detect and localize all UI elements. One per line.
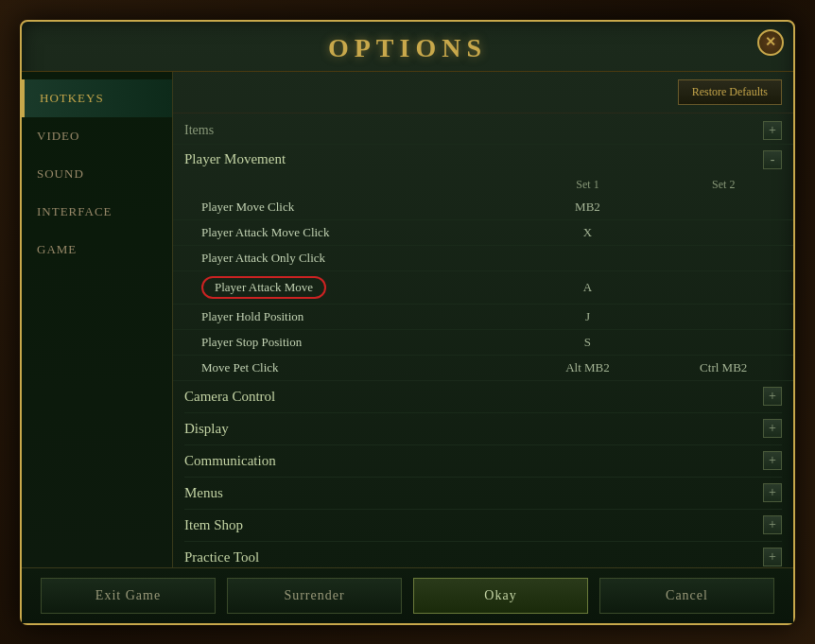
table-row: Player Attack Move ClickX — [173, 219, 793, 245]
player-movement-header: Player Movement - — [173, 145, 793, 175]
table-row: Player Attack MoveA — [173, 270, 793, 304]
player-movement-section: Player Movement - Set 1 Set 2 — [173, 145, 793, 381]
section-header-camera-control[interactable]: Camera Control + — [173, 381, 793, 412]
sidebar-item-sound[interactable]: SOUND — [22, 155, 172, 193]
items-section-header[interactable]: Items + — [173, 117, 793, 145]
section-header-menus[interactable]: Menus + — [173, 478, 793, 509]
player-movement-collapse-button[interactable]: - — [763, 150, 782, 169]
sidebar-item-hotkeys[interactable]: HOTKEYS — [22, 79, 172, 117]
sidebar-item-interface[interactable]: INTERFACE — [22, 193, 172, 231]
set2-header: Set 2 — [653, 175, 793, 195]
section-header-display[interactable]: Display + — [173, 413, 793, 444]
set2-key-cell[interactable] — [653, 304, 793, 329]
set2-key-cell[interactable]: Ctrl MB2 — [653, 355, 793, 380]
table-row: Player Attack Only Click — [173, 245, 793, 270]
options-dialog: OPTIONS ✕ HOTKEYS VIDEO SOUND INTERFACE — [20, 20, 795, 625]
set2-key-cell[interactable] — [653, 219, 793, 245]
section-header-item-shop[interactable]: Item Shop + — [173, 510, 793, 541]
expand-button-practice-tool[interactable]: + — [763, 548, 782, 566]
overlay: OPTIONS ✕ HOTKEYS VIDEO SOUND INTERFACE — [0, 0, 815, 644]
set1-key-cell[interactable]: S — [522, 329, 654, 355]
close-button[interactable]: ✕ — [757, 29, 784, 56]
cancel-button[interactable]: Cancel — [599, 578, 774, 614]
table-row: Player Move ClickMB2 — [173, 195, 793, 220]
highlighted-action: Player Attack Move — [201, 276, 326, 299]
okay-button[interactable]: Okay — [413, 578, 588, 614]
table-row: Player Stop PositionS — [173, 329, 793, 355]
set2-key-cell[interactable] — [653, 195, 793, 220]
set2-key-cell[interactable] — [653, 270, 793, 304]
content-header: Restore Defaults — [173, 72, 793, 113]
set2-key-cell[interactable] — [653, 245, 793, 270]
dialog-body: HOTKEYS VIDEO SOUND INTERFACE GAME — [22, 72, 793, 567]
dialog-header: OPTIONS ✕ — [22, 22, 793, 72]
set1-key-cell[interactable] — [522, 245, 654, 270]
dialog-title: OPTIONS — [328, 33, 487, 62]
set1-key-cell[interactable]: MB2 — [522, 195, 654, 220]
expand-button-item-shop[interactable]: + — [763, 515, 782, 534]
expand-button-menus[interactable]: + — [763, 483, 782, 502]
set1-key-cell[interactable]: J — [522, 304, 654, 329]
content-scroll[interactable]: Items + Player Movement - — [173, 113, 793, 567]
sidebar-item-game[interactable]: GAME — [22, 231, 172, 269]
main-content: Restore Defaults Items + Player Move — [173, 72, 793, 567]
set1-key-cell[interactable]: X — [522, 219, 654, 245]
items-collapse-button[interactable]: + — [763, 121, 782, 140]
set1-key-cell[interactable]: Alt MB2 — [522, 355, 654, 380]
table-row: Player Hold PositionJ — [173, 304, 793, 329]
sidebar: HOTKEYS VIDEO SOUND INTERFACE GAME — [22, 72, 173, 567]
sidebar-item-video[interactable]: VIDEO — [22, 117, 172, 155]
section-header-communication[interactable]: Communication + — [173, 445, 793, 477]
dialog-footer: Exit Game Surrender Okay Cancel — [22, 567, 793, 623]
hotkey-table: Set 1 Set 2 Player Move ClickMB2Player A… — [173, 175, 793, 381]
restore-defaults-button[interactable]: Restore Defaults — [678, 79, 782, 105]
exit-game-button[interactable]: Exit Game — [41, 578, 216, 614]
set1-key-cell[interactable]: A — [522, 270, 654, 304]
table-header-row: Set 1 Set 2 — [173, 175, 793, 195]
expand-button-display[interactable]: + — [763, 419, 782, 438]
set2-key-cell[interactable] — [653, 329, 793, 355]
table-row: Move Pet ClickAlt MB2Ctrl MB2 — [173, 355, 793, 380]
surrender-button[interactable]: Surrender — [227, 578, 402, 614]
section-header-practice-tool[interactable]: Practice Tool + — [173, 542, 793, 567]
set1-header: Set 1 — [522, 175, 654, 195]
expand-button-communication[interactable]: + — [763, 451, 782, 470]
expand-button-camera-control[interactable]: + — [763, 387, 782, 406]
